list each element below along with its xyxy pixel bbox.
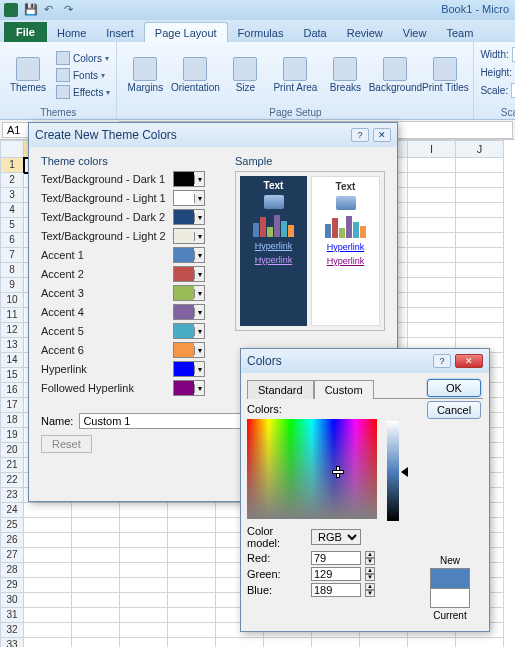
row-header-23[interactable]: 23 bbox=[0, 488, 24, 503]
cell[interactable] bbox=[408, 158, 456, 173]
colors-dropdown[interactable]: Colors▾ bbox=[54, 50, 112, 66]
cell[interactable] bbox=[24, 533, 72, 548]
tab-formulas[interactable]: Formulas bbox=[228, 23, 294, 42]
row-header-18[interactable]: 18 bbox=[0, 413, 24, 428]
row-header-25[interactable]: 25 bbox=[0, 518, 24, 533]
cell[interactable] bbox=[216, 638, 264, 647]
tab-home[interactable]: Home bbox=[47, 23, 96, 42]
close-button[interactable]: ✕ bbox=[455, 354, 483, 368]
cell[interactable] bbox=[120, 578, 168, 593]
cell[interactable] bbox=[120, 608, 168, 623]
cell[interactable] bbox=[120, 518, 168, 533]
blue-input[interactable] bbox=[311, 583, 361, 597]
cell[interactable] bbox=[24, 608, 72, 623]
cell[interactable] bbox=[408, 293, 456, 308]
cell[interactable] bbox=[264, 638, 312, 647]
cell[interactable] bbox=[24, 623, 72, 638]
cell[interactable] bbox=[408, 188, 456, 203]
cell[interactable] bbox=[456, 263, 504, 278]
tab-review[interactable]: Review bbox=[337, 23, 393, 42]
row-header-31[interactable]: 31 bbox=[0, 608, 24, 623]
cell[interactable] bbox=[168, 638, 216, 647]
row-header-14[interactable]: 14 bbox=[0, 353, 24, 368]
color-swatch-button[interactable]: ▾ bbox=[173, 285, 205, 301]
row-header-27[interactable]: 27 bbox=[0, 548, 24, 563]
tab-standard[interactable]: Standard bbox=[247, 380, 314, 399]
cell[interactable] bbox=[168, 503, 216, 518]
blue-up[interactable]: ▲ bbox=[365, 583, 375, 590]
color-picker[interactable] bbox=[247, 419, 377, 519]
cell[interactable] bbox=[312, 638, 360, 647]
green-up[interactable]: ▲ bbox=[365, 567, 375, 574]
blue-down[interactable]: ▼ bbox=[365, 590, 375, 597]
column-header-I[interactable]: I bbox=[408, 140, 456, 158]
cell[interactable] bbox=[408, 323, 456, 338]
fonts-dropdown[interactable]: Fonts▾ bbox=[54, 67, 112, 83]
green-input[interactable] bbox=[311, 567, 361, 581]
tab-team[interactable]: Team bbox=[436, 23, 483, 42]
cell[interactable] bbox=[168, 623, 216, 638]
cell[interactable] bbox=[408, 278, 456, 293]
cell[interactable] bbox=[456, 233, 504, 248]
undo-icon[interactable]: ↶ bbox=[44, 3, 58, 17]
reset-button[interactable]: Reset bbox=[41, 435, 92, 453]
luminance-slider[interactable] bbox=[387, 421, 399, 521]
cell[interactable] bbox=[24, 593, 72, 608]
effects-dropdown[interactable]: Effects▾ bbox=[54, 84, 112, 100]
color-swatch-button[interactable]: ▾ bbox=[173, 266, 205, 282]
color-swatch-button[interactable]: ▾ bbox=[173, 304, 205, 320]
row-header-9[interactable]: 9 bbox=[0, 278, 24, 293]
color-swatch-button[interactable]: ▾ bbox=[173, 342, 205, 358]
size-button[interactable]: Size bbox=[221, 44, 269, 106]
row-header-1[interactable]: 1 bbox=[0, 158, 24, 173]
row-header-32[interactable]: 32 bbox=[0, 623, 24, 638]
red-up[interactable]: ▲ bbox=[365, 551, 375, 558]
cell[interactable] bbox=[168, 518, 216, 533]
cell[interactable] bbox=[456, 218, 504, 233]
picker-crosshair[interactable] bbox=[333, 467, 343, 477]
cell[interactable] bbox=[456, 638, 504, 647]
cell[interactable] bbox=[72, 563, 120, 578]
row-header-6[interactable]: 6 bbox=[0, 233, 24, 248]
cell[interactable] bbox=[408, 218, 456, 233]
cell[interactable] bbox=[72, 548, 120, 563]
row-header-2[interactable]: 2 bbox=[0, 173, 24, 188]
tab-data[interactable]: Data bbox=[293, 23, 336, 42]
cell[interactable] bbox=[408, 638, 456, 647]
tab-custom[interactable]: Custom bbox=[314, 380, 374, 399]
cell[interactable] bbox=[168, 593, 216, 608]
cell[interactable] bbox=[408, 248, 456, 263]
cell[interactable] bbox=[360, 638, 408, 647]
tab-file[interactable]: File bbox=[4, 22, 47, 42]
row-header-12[interactable]: 12 bbox=[0, 323, 24, 338]
cell[interactable] bbox=[456, 278, 504, 293]
row-header-20[interactable]: 20 bbox=[0, 443, 24, 458]
cell[interactable] bbox=[24, 578, 72, 593]
row-header-5[interactable]: 5 bbox=[0, 218, 24, 233]
cell[interactable] bbox=[120, 533, 168, 548]
row-header-33[interactable]: 33 bbox=[0, 638, 24, 647]
cell[interactable] bbox=[72, 503, 120, 518]
cell[interactable] bbox=[168, 533, 216, 548]
cell[interactable] bbox=[168, 563, 216, 578]
cell[interactable] bbox=[24, 518, 72, 533]
color-swatch-button[interactable]: ▾ bbox=[173, 380, 205, 396]
row-header-8[interactable]: 8 bbox=[0, 263, 24, 278]
print-titles-button[interactable]: Print Titles bbox=[421, 44, 469, 106]
cell[interactable] bbox=[72, 623, 120, 638]
margins-button[interactable]: Margins bbox=[121, 44, 169, 106]
row-header-17[interactable]: 17 bbox=[0, 398, 24, 413]
row-header-22[interactable]: 22 bbox=[0, 473, 24, 488]
cell[interactable] bbox=[120, 638, 168, 647]
cell[interactable] bbox=[408, 233, 456, 248]
cell[interactable] bbox=[72, 593, 120, 608]
cell[interactable] bbox=[456, 173, 504, 188]
breaks-button[interactable]: Breaks bbox=[321, 44, 369, 106]
theme-dialog-titlebar[interactable]: Create New Theme Colors ? ✕ bbox=[29, 123, 397, 147]
cell[interactable] bbox=[456, 188, 504, 203]
row-header-4[interactable]: 4 bbox=[0, 203, 24, 218]
row-header-26[interactable]: 26 bbox=[0, 533, 24, 548]
cell[interactable] bbox=[24, 503, 72, 518]
redo-icon[interactable]: ↷ bbox=[64, 3, 78, 17]
save-icon[interactable]: 💾 bbox=[24, 3, 38, 17]
